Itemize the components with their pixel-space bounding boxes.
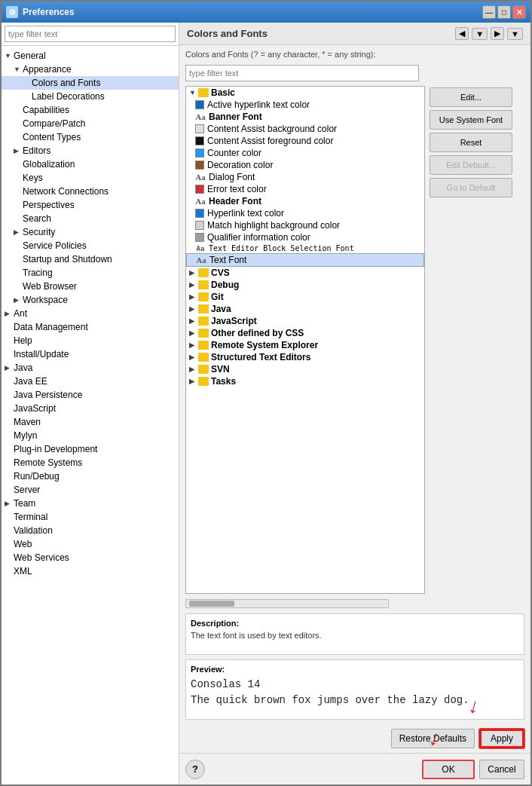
sidebar-item-compare-patch[interactable]: Compare/Patch <box>2 117 179 130</box>
sidebar-item-label: Remote Systems <box>14 457 82 468</box>
sidebar-item-appearance[interactable]: ▼ Appearance <box>2 63 179 76</box>
sidebar-item-run-debug[interactable]: Run/Debug <box>2 469 179 483</box>
go-to-default-button[interactable]: Go to Default <box>430 178 512 197</box>
sidebar-item-tracing[interactable]: Tracing <box>2 266 179 280</box>
edit-button[interactable]: Edit... <box>430 87 512 107</box>
folder-icon <box>198 353 209 362</box>
font-tree-item-qualifier-info[interactable]: Qualifier information color <box>186 231 424 243</box>
font-tree-item-header-font[interactable]: Aa Header Font <box>186 195 424 207</box>
apply-button[interactable]: Apply <box>479 729 524 748</box>
group-label: JavaScript <box>211 316 257 326</box>
font-tree-item-text-editor-block[interactable]: Aa Text Editor Block Selection Font <box>186 243 424 253</box>
sidebar-item-xml[interactable]: XML <box>2 564 179 578</box>
font-tree-group-other-css[interactable]: ▶ Other defined by CSS <box>186 327 424 339</box>
arrow-icon: ▶ <box>14 228 23 236</box>
sidebar-item-workspace[interactable]: ▶ Workspace <box>2 293 179 307</box>
font-tree-group-cvs[interactable]: ▶ CVS <box>186 267 424 279</box>
sidebar-item-label: Data Management <box>14 322 88 332</box>
font-tree-item-decoration-color[interactable]: Decoration color <box>186 159 424 171</box>
minimize-button[interactable]: — <box>482 5 496 19</box>
sidebar-item-keys[interactable]: Keys <box>2 171 179 185</box>
forward-button[interactable]: ▶ <box>491 27 504 40</box>
font-tree-group-tasks[interactable]: ▶ Tasks <box>186 375 424 387</box>
sidebar-filter-input[interactable] <box>5 26 176 42</box>
font-tree-group-debug[interactable]: ▶ Debug <box>186 279 424 291</box>
sidebar-item-label: Network Connections <box>23 186 109 197</box>
sidebar-item-web[interactable]: Web <box>2 537 179 551</box>
sidebar-item-java[interactable]: ▶ Java <box>2 361 179 375</box>
font-tree-group-svn[interactable]: ▶ SVN <box>186 363 424 375</box>
sidebar-item-label: Ant <box>14 308 27 319</box>
sidebar-item-team[interactable]: ▶ Team <box>2 497 179 510</box>
sidebar-item-ant[interactable]: ▶ Ant <box>2 307 179 320</box>
font-tree-group-basic[interactable]: ▼ Basic <box>186 87 424 99</box>
sidebar-item-general[interactable]: ▼ General <box>2 49 179 63</box>
help-button[interactable]: ? <box>185 760 205 779</box>
expand-arrow-icon: ▶ <box>189 378 198 385</box>
sidebar-item-plugin-development[interactable]: Plug-in Development <box>2 442 179 456</box>
sidebar-item-globalization[interactable]: Globalization <box>2 158 179 171</box>
filter-input[interactable] <box>185 65 419 81</box>
sidebar-item-maven[interactable]: Maven <box>2 415 179 429</box>
font-tree-item-active-hyperlink[interactable]: Active hyperlink text color <box>186 99 424 111</box>
sidebar-item-web-services[interactable]: Web Services <box>2 551 179 564</box>
sidebar-item-help[interactable]: Help <box>2 334 179 347</box>
sidebar-item-java-persistence[interactable]: Java Persistence <box>2 388 179 402</box>
sidebar-item-validation[interactable]: Validation <box>2 524 179 537</box>
sidebar-item-label-decorations[interactable]: Label Decorations <box>2 90 179 103</box>
title-bar: ⚙ Preferences — □ ✕ <box>2 2 530 23</box>
ok-button[interactable]: OK <box>422 760 475 779</box>
dropdown-button[interactable]: ▼ <box>472 28 488 40</box>
sidebar-item-label: Run/Debug <box>14 471 60 482</box>
font-tree-item-counter-color[interactable]: Counter color <box>186 147 424 159</box>
sidebar-item-label: Java Persistence <box>14 390 82 400</box>
font-tree-item-banner-font[interactable]: Aa Banner Font <box>186 111 424 123</box>
font-tree-item-hyperlink-text-color[interactable]: Hyperlink text color <box>186 207 424 219</box>
sidebar-item-web-browser[interactable]: Web Browser <box>2 280 179 293</box>
sidebar-item-terminal[interactable]: Terminal <box>2 510 179 524</box>
arrow-icon <box>14 120 23 127</box>
arrow-icon <box>5 350 14 358</box>
sidebar-item-label: Server <box>14 485 40 495</box>
sidebar-item-security[interactable]: ▶ Security <box>2 225 179 239</box>
sidebar-item-perspectives[interactable]: Perspectives <box>2 198 179 212</box>
sidebar-item-colors-fonts[interactable]: Colors and Fonts <box>2 76 179 90</box>
sidebar-item-capabilities[interactable]: Capabilities <box>2 103 179 117</box>
more-button[interactable]: ▼ <box>507 28 523 40</box>
close-button[interactable]: ✕ <box>512 5 526 19</box>
edit-default-button[interactable]: Edit Default... <box>430 155 512 175</box>
use-system-font-button[interactable]: Use System Font <box>430 110 512 130</box>
sidebar-item-content-types[interactable]: Content Types <box>2 130 179 144</box>
font-tree-item-dialog-font[interactable]: Aa Dialog Font <box>186 171 424 183</box>
font-tree-item-error-text-color[interactable]: Error text color <box>186 183 424 195</box>
font-tree-group-java[interactable]: ▶ Java <box>186 303 424 315</box>
sidebar-item-install-update[interactable]: Install/Update <box>2 347 179 361</box>
font-tree-group-javascript[interactable]: ▶ JavaScript <box>186 315 424 327</box>
sidebar-item-service-policies[interactable]: Service Policies <box>2 239 179 252</box>
font-tree-group-git[interactable]: ▶ Git <box>186 291 424 303</box>
sidebar-item-search[interactable]: Search <box>2 212 179 225</box>
sidebar-item-network-connections[interactable]: Network Connections <box>2 185 179 198</box>
arrow-icon: ▼ <box>5 52 14 60</box>
sidebar-item-data-management[interactable]: Data Management <box>2 320 179 334</box>
sidebar-item-editors[interactable]: ▶ Editors <box>2 144 179 158</box>
font-tree-group-remote-system[interactable]: ▶ Remote System Explorer <box>186 339 424 351</box>
arrow-icon <box>14 269 23 277</box>
sidebar-item-remote-systems[interactable]: Remote Systems <box>2 456 179 469</box>
font-tree-item-text-font[interactable]: Aa Text Font <box>186 253 424 267</box>
font-tree-item-content-assist-fg[interactable]: Content Assist foreground color <box>186 135 424 147</box>
font-tree-group-structured-text[interactable]: ▶ Structured Text Editors <box>186 351 424 363</box>
reset-button[interactable]: Reset <box>430 133 512 152</box>
maximize-button[interactable]: □ <box>497 5 511 19</box>
font-tree-item-match-highlight[interactable]: Match highlight background color <box>186 219 424 231</box>
horizontal-scrollbar[interactable] <box>185 599 389 608</box>
sidebar-item-server[interactable]: Server <box>2 483 179 497</box>
sidebar-item-java-ee[interactable]: Java EE <box>2 375 179 388</box>
back-button[interactable]: ◀ <box>455 27 469 40</box>
font-tree-item-content-assist-bg[interactable]: Content Assist background color <box>186 123 424 135</box>
sidebar-item-mylyn[interactable]: Mylyn <box>2 429 179 442</box>
cancel-button[interactable]: Cancel <box>479 760 524 779</box>
sidebar-item-javascript[interactable]: JavaScript <box>2 402 179 415</box>
item-label: Hyperlink text color <box>207 208 284 219</box>
sidebar-item-startup-shutdown[interactable]: Startup and Shutdown <box>2 252 179 266</box>
